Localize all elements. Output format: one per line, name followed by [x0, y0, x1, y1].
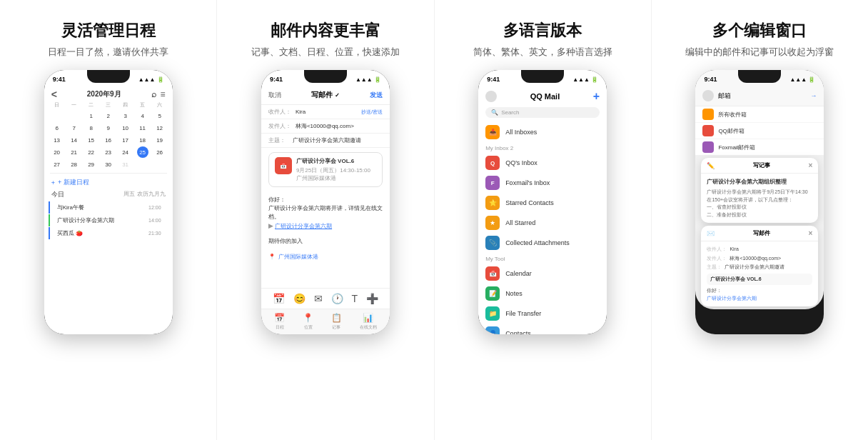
cc-bcc-button[interactable]: 抄送/密送 [361, 109, 383, 116]
qqmail-add-button[interactable]: + [593, 90, 600, 103]
inbox-item-all-starred[interactable]: ★ All Starred [478, 213, 607, 233]
compose-close-button[interactable]: × [809, 229, 813, 237]
compose-to-label: 收件人： [707, 246, 727, 254]
foxmail-bg-icon [702, 141, 714, 153]
status-icons: ▲▲▲ 🔋 [138, 76, 164, 83]
plus-icon[interactable]: ➕ [366, 293, 378, 304]
phone-screen-email: 9:41 ▲▲▲ 🔋 取消 写邮件 ✓ 发送 收件人： Kira 抄送/密送 发… [261, 70, 390, 334]
cal-divider [50, 173, 167, 174]
email-greeting: 你好： [268, 196, 383, 204]
email-send-button[interactable]: 发送 [370, 91, 383, 100]
qqmail-search-bar[interactable]: 🔍 Search [485, 107, 600, 118]
email-to-field: 收件人： Kira 抄送/密送 [261, 105, 390, 119]
cal-event-title: 广研设计分享会第六期 [57, 216, 114, 224]
email-body-expect: 期待你的加入 [261, 236, 390, 250]
inbox-item-notes[interactable]: 📝 Notes [478, 284, 607, 304]
from-value: 林海<10000@qq.com> [296, 122, 383, 130]
bottom-location-item[interactable]: 📍 位置 [303, 313, 313, 331]
today-date: 周五 农历九月九 [123, 190, 165, 199]
phone-calendar: 9:41 ▲▲▲ 🔋 < 2020年9月 ⌕ ≡ 日一二三四五六 [44, 70, 173, 334]
bottom-doc-item[interactable]: 📊 在线文档 [360, 313, 377, 331]
note-window-header: ✏️ 写记事 × [701, 158, 818, 174]
cal-event-time: 14:00 [148, 218, 161, 223]
panel-email-subtitle: 记事、文档、日程、位置，快速添加 [251, 46, 400, 59]
emoji-icon[interactable]: 😊 [293, 293, 306, 304]
note-close-button[interactable]: × [809, 161, 813, 169]
bg-inbox-item-2[interactable]: QQ邮件箱 [695, 123, 824, 139]
section-my-tool: My Tool [478, 253, 607, 264]
event-card-title: 广研设计分享会 VOL.6 [296, 157, 376, 165]
compose-link[interactable]: 广研设计分享会第六期 [707, 296, 757, 301]
cal-today-row: 今日 周五 农历九月九 [44, 189, 173, 201]
notch [87, 70, 130, 83]
calendar-bottom-icon: 📅 [274, 313, 285, 323]
to-value[interactable]: Kira [296, 109, 357, 115]
bottom-note-item[interactable]: 📋 记事 [331, 313, 342, 331]
panel-multilang-subtitle: 简体、繁体、英文，多种语言选择 [473, 46, 612, 59]
inbox-item-qq[interactable]: Q QQ's Inbox [478, 153, 607, 173]
mw-inbox-nav-icon[interactable]: → [810, 92, 817, 99]
panel-calendar-subtitle: 日程一目了然，邀请伙伴共享 [48, 46, 168, 59]
foxmail-inbox-label: Foxmail's Inbox [505, 179, 550, 186]
calendar-icon: 📅 [280, 163, 287, 169]
cal-menu-icon[interactable]: ≡ [161, 89, 166, 99]
calendar-header: < 2020年9月 ⌕ ≡ [44, 86, 173, 101]
event-card-icon: 📅 [275, 157, 292, 174]
email-from-field: 发件人： 林海<10000@qq.com> [261, 119, 390, 134]
inbox-item-starred-contacts[interactable]: ⭐ Starred Contacts [478, 193, 607, 213]
email-location: 📍 广州国际媒体港 [268, 253, 383, 261]
search-icon: 🔍 [491, 109, 498, 116]
cal-event-meeting[interactable]: 广研设计分享会第六期 14:00 [49, 214, 168, 226]
email-cancel-button[interactable]: 取消 [268, 91, 281, 100]
compose-subject-value: 广研设计分享会第六期邀请 [725, 264, 784, 271]
inbox-item-all[interactable]: 📥 All Inboxes [478, 122, 607, 142]
all-inbox-bg-label: 所有收件箱 [718, 111, 747, 119]
compose-window-content: 收件人： Kira 发件人： 林海<10000@qq.com> 主题： 广研设计… [701, 241, 818, 306]
bg-inbox-item-1[interactable]: 所有收件箱 [695, 106, 824, 123]
inbox-item-attachments[interactable]: 📎 Collected Attachments [478, 233, 607, 253]
subject-value[interactable]: 广研设计分享会第六期邀请 [293, 136, 383, 144]
cal-search-icon[interactable]: ⌕ [151, 89, 156, 99]
cal-event-time: 12:00 [148, 205, 161, 210]
cal-event-title: 与Kira午餐 [57, 204, 84, 211]
cal-event-title: 买西瓜🍅 [57, 229, 83, 237]
inbox-item-calendar[interactable]: 📅 Calendar [478, 264, 607, 284]
text-icon[interactable]: T [351, 293, 358, 304]
compose-event-block: 广研设计分享会 VOL.6 [707, 274, 812, 286]
status-time: 9:41 [53, 76, 66, 83]
envelope-icon[interactable]: ✉ [314, 293, 323, 304]
doc-bottom-label: 在线文档 [360, 324, 377, 331]
status-time: 9:41 [487, 76, 500, 83]
inbox-item-file-transfer[interactable]: 📁 File Transfer [478, 304, 607, 324]
phone-screen-calendar: 9:41 ▲▲▲ 🔋 < 2020年9月 ⌕ ≡ 日一二三四五六 [44, 70, 173, 334]
event-card-content: 广研设计分享会 VOL.6 9月25日（周五）14:30-15:00 广州国际媒… [296, 157, 376, 182]
calendar-bottom-label: 日程 [276, 324, 284, 331]
email-body-link: ▶ 广研设计分享会第六期 [268, 221, 383, 231]
cal-back-icon[interactable]: < [51, 89, 57, 100]
bg-inbox: 邮箱 → 所有收件箱 QQ邮件箱 Foxmail邮件箱 [695, 86, 824, 155]
cal-event-lunch[interactable]: 与Kira午餐 12:00 [49, 201, 168, 214]
cal-days: 1 2 3 4 5 6 7 8 9 10 11 12 13 14 15 [49, 110, 168, 170]
today-label: 今日 [51, 190, 64, 199]
foxmail-inbox-icon: F [485, 176, 500, 190]
compose-from-label: 发件人： [707, 255, 727, 263]
compose-event-title: 广研设计分享会 VOL.6 [710, 276, 809, 284]
bg-inbox-item-3[interactable]: Foxmail邮件箱 [695, 139, 824, 155]
add-schedule-button[interactable]: + + 新建日程 [44, 176, 173, 189]
email-body: 你好： 广研设计分享会第六期将开讲，详情见在线文档。 ▶ 广研设计分享会第六期 [261, 191, 390, 236]
clock-icon[interactable]: 🕐 [331, 293, 343, 304]
compose-body-preview: 你好： 广研设计分享会第六期 [707, 287, 812, 302]
attach-icon[interactable]: 📅 [273, 293, 285, 304]
all-starred-icon: ★ [485, 216, 500, 230]
qqmail-header: QQ Mail + [478, 86, 607, 107]
panel-multilang-title: 多语言版本 [503, 20, 582, 41]
all-starred-label: All Starred [505, 219, 535, 226]
inbox-item-foxmail[interactable]: F Foxmail's Inbox [478, 173, 607, 193]
phone-qqmail: 9:41 ▲▲▲ 🔋 QQ Mail + 🔍 Search 📥 All Inbo… [478, 70, 607, 334]
mw-avatar [702, 90, 714, 101]
cal-event-watermelon[interactable]: 买西瓜🍅 21:30 [49, 227, 168, 239]
bottom-calendar-item[interactable]: 📅 日程 [274, 313, 285, 331]
email-toolbar: 📅 😊 ✉ 🕐 T ➕ [261, 288, 390, 309]
inbox-item-contacts[interactable]: 👤 Contacts [478, 324, 607, 334]
qq-inbox-label: QQ's Inbox [505, 159, 538, 166]
